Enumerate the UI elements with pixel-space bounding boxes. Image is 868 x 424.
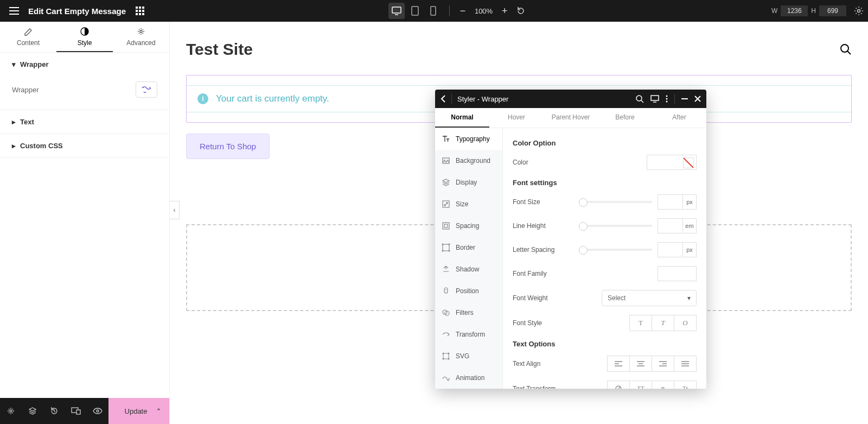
svg-rect-32 <box>443 223 449 229</box>
line-height-slider[interactable] <box>579 225 652 227</box>
color-label: Color <box>513 159 528 166</box>
transform-none[interactable] <box>607 381 630 389</box>
color-picker[interactable] <box>647 155 697 170</box>
line-height-label: Line Height <box>513 222 546 230</box>
section-custom-css-header[interactable]: ▸ Custom CSS <box>0 134 169 157</box>
nav-size[interactable]: Size <box>435 193 502 215</box>
site-title: Test Site <box>186 40 253 59</box>
section-wrapper-header[interactable]: ▾ Wrapper <box>0 53 169 76</box>
zoom-reset-button[interactable] <box>516 7 527 15</box>
apps-button[interactable] <box>136 7 144 15</box>
svg-point-21 <box>841 45 848 52</box>
styler-title: Styler - Wrapper <box>457 95 508 103</box>
nav-spacing[interactable]: Spacing <box>435 215 502 237</box>
font-size-slider[interactable] <box>579 201 652 203</box>
transform-uppercase[interactable]: TT <box>629 381 652 389</box>
footer-history-button[interactable] <box>43 398 65 424</box>
styler-desktop-button[interactable] <box>650 95 659 103</box>
nav-position[interactable]: Position <box>435 280 502 302</box>
state-before[interactable]: Before <box>598 108 652 128</box>
state-after[interactable]: After <box>652 108 706 128</box>
line-height-input[interactable] <box>658 218 682 233</box>
svg-point-17 <box>10 410 12 412</box>
section-text: ▸ Text <box>0 110 169 134</box>
nav-display[interactable]: Display <box>435 172 502 193</box>
footer-responsive-button[interactable] <box>65 398 87 424</box>
styler-search-button[interactable] <box>636 95 644 103</box>
transform-capitalize[interactable]: Tt <box>674 381 697 389</box>
height-input[interactable] <box>819 5 846 16</box>
letter-spacing-label: Letter Spacing <box>513 246 554 254</box>
letter-spacing-slider[interactable] <box>579 249 652 251</box>
svg-rect-10 <box>412 7 418 15</box>
sidebar-collapse-button[interactable]: ‹ <box>170 201 180 219</box>
tab-advanced-label: Advanced <box>126 39 155 47</box>
state-normal[interactable]: Normal <box>435 108 489 128</box>
nav-svg[interactable]: SVG <box>435 345 502 367</box>
font-size-unit[interactable]: px <box>682 194 697 210</box>
nav-typography[interactable]: Typography <box>435 128 503 150</box>
footer-settings-button[interactable] <box>0 398 22 424</box>
height-label: H <box>811 7 816 15</box>
letter-spacing-unit[interactable]: px <box>682 242 697 257</box>
font-style-normal[interactable]: T <box>629 315 652 331</box>
zoom-in-button[interactable]: + <box>499 5 510 17</box>
svg-rect-3 <box>136 10 138 12</box>
font-style-group: T T O <box>629 315 697 331</box>
footer-preview-button[interactable] <box>87 398 108 424</box>
tab-advanced[interactable]: Advanced <box>113 22 169 52</box>
styler-more-button[interactable] <box>666 95 668 103</box>
tab-style[interactable]: Style <box>56 22 113 52</box>
align-left[interactable] <box>607 356 630 372</box>
close-button[interactable] <box>694 96 701 102</box>
svg-point-16 <box>149 87 150 88</box>
text-align-group <box>607 356 697 372</box>
nav-shadow[interactable]: Shadow <box>435 258 502 280</box>
svg-point-36 <box>442 250 444 252</box>
desktop-button[interactable] <box>388 3 405 19</box>
nav-filters[interactable]: Filters <box>435 302 502 324</box>
font-style-oblique[interactable]: O <box>674 315 697 331</box>
svg-rect-4 <box>139 10 141 12</box>
align-justify[interactable] <box>674 356 697 372</box>
nav-transform[interactable]: Transform <box>435 324 502 345</box>
search-button[interactable] <box>840 43 852 55</box>
dimensions: W H <box>771 5 846 16</box>
letter-spacing-input[interactable] <box>658 242 682 257</box>
nav-background[interactable]: Background <box>435 150 502 172</box>
text-transform-group: TT tt Tt <box>607 381 697 389</box>
sidebar-footer: Update ⌃ <box>0 398 169 424</box>
font-weight-select[interactable]: Select ▾ <box>602 290 697 306</box>
transform-lowercase[interactable]: tt <box>652 381 674 389</box>
font-style-italic[interactable]: T <box>652 315 674 331</box>
state-hover[interactable]: Hover <box>489 108 544 128</box>
tab-content[interactable]: Content <box>0 22 56 52</box>
footer-layers-button[interactable] <box>22 398 43 424</box>
tablet-button[interactable] <box>407 3 423 19</box>
minimize-button[interactable] <box>681 98 688 99</box>
font-size-input[interactable] <box>658 194 682 210</box>
zoom-out-button[interactable]: − <box>457 5 468 17</box>
update-button[interactable]: Update ⌃ <box>108 398 169 424</box>
menu-button[interactable] <box>4 1 24 21</box>
nav-animation[interactable]: Animation <box>435 367 502 389</box>
nav-border[interactable]: Border <box>435 237 502 258</box>
font-family-input[interactable] <box>658 266 697 281</box>
align-center[interactable] <box>629 356 652 372</box>
settings-button[interactable] <box>854 6 864 16</box>
align-right[interactable] <box>652 356 674 372</box>
return-to-shop-button[interactable]: Return To Shop <box>186 134 270 159</box>
line-height-unit[interactable]: em <box>682 218 697 233</box>
open-styler-button[interactable] <box>136 81 157 98</box>
back-button[interactable] <box>441 95 446 103</box>
text-transform-label: Text Transform <box>513 385 556 389</box>
styler-header[interactable]: Styler - Wrapper <box>435 90 706 108</box>
width-input[interactable] <box>781 5 808 16</box>
info-icon: i <box>197 93 208 104</box>
section-text-header[interactable]: ▸ Text <box>0 110 169 134</box>
svg-rect-9 <box>392 7 401 13</box>
section-text-title: Text <box>20 118 34 126</box>
state-parent-hover[interactable]: Parent Hover <box>544 108 598 128</box>
svg-rect-31 <box>444 224 448 227</box>
mobile-button[interactable] <box>425 3 442 19</box>
